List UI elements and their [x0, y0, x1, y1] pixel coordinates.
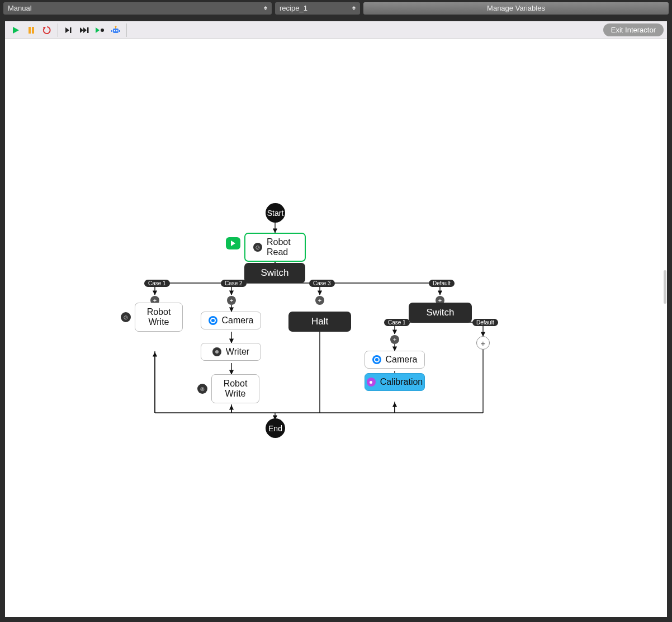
camera-label: Camera	[222, 315, 254, 326]
topbar: Manual recipe_1 Manage Variables	[0, 0, 672, 16]
robot-write-node[interactable]: Robot Write	[211, 374, 259, 403]
svg-marker-9	[96, 27, 100, 33]
switch-label: Switch	[426, 307, 454, 318]
case-2-label[interactable]: Case 2	[221, 280, 247, 287]
step-over-icon	[64, 26, 73, 34]
canvas-frame: Exit Interactor	[5, 21, 667, 617]
recipe-select-value: recipe_1	[280, 4, 307, 12]
case-1-label[interactable]: Case 1	[144, 280, 170, 287]
svg-rect-8	[87, 27, 89, 33]
calibration-node[interactable]: Calibration	[365, 373, 425, 391]
svg-point-17	[115, 26, 117, 27]
switch-node[interactable]: Switch	[409, 303, 472, 323]
svg-rect-13	[119, 30, 120, 32]
toolbar: Exit Interactor	[5, 21, 667, 39]
svg-marker-0	[13, 27, 19, 34]
svg-marker-7	[83, 27, 87, 33]
pause-icon	[27, 26, 35, 34]
recipe-select[interactable]: recipe_1	[275, 2, 360, 15]
run-to-icon	[95, 26, 105, 34]
svg-marker-6	[80, 27, 83, 33]
play-button[interactable]	[8, 23, 23, 37]
svg-point-15	[116, 30, 117, 31]
exit-interactor-button[interactable]: Exit Interactor	[603, 23, 664, 36]
manage-variables-button[interactable]: Manage Variables	[363, 2, 669, 15]
scrollbar[interactable]	[664, 270, 666, 304]
start-node[interactable]: Start	[266, 203, 285, 223]
svg-rect-2	[32, 27, 34, 34]
robot-write-node[interactable]: Robot Write	[135, 303, 183, 332]
chevron-updown-icon	[264, 5, 268, 12]
switch-label: Switch	[261, 267, 288, 279]
robot-icon	[253, 243, 262, 252]
svg-rect-5	[70, 27, 72, 33]
mode-select-value: Manual	[8, 4, 32, 12]
svg-marker-4	[65, 27, 69, 33]
svg-rect-12	[111, 30, 112, 32]
writer-icon	[212, 347, 221, 356]
start-label: Start	[267, 209, 284, 218]
svg-point-14	[114, 30, 115, 31]
case-3-label[interactable]: Case 3	[309, 280, 335, 287]
add-branch-button[interactable]: +	[476, 336, 490, 350]
workarea: Exit Interactor	[0, 16, 672, 622]
separator	[126, 23, 127, 37]
camera-icon	[372, 355, 381, 364]
halt-label: Halt	[311, 316, 328, 327]
camera-node[interactable]: Camera	[201, 312, 261, 329]
active-indicator-icon	[226, 237, 240, 249]
robot-icon	[121, 312, 131, 322]
add-node-button[interactable]: +	[390, 335, 399, 344]
default-label[interactable]: Default	[472, 319, 498, 326]
step-over-button[interactable]	[61, 23, 76, 37]
reset-icon	[42, 26, 51, 35]
robot-icon	[111, 26, 121, 35]
robot-icon	[197, 384, 207, 394]
run-to-button[interactable]	[93, 23, 107, 37]
mode-select[interactable]: Manual	[3, 2, 272, 15]
flow-canvas[interactable]: Start Robot Read Switch Case 1 + Case 2 …	[5, 39, 667, 617]
pause-button[interactable]	[24, 23, 39, 37]
robot-tool-button[interactable]	[108, 23, 123, 37]
halt-node[interactable]: Halt	[288, 312, 351, 332]
step-end-button[interactable]	[77, 23, 92, 37]
robot-read-node[interactable]: Robot Read	[244, 233, 306, 262]
svg-point-10	[101, 29, 104, 32]
camera-node[interactable]: Camera	[365, 351, 425, 369]
writer-label: Writer	[226, 347, 249, 357]
svg-rect-1	[29, 27, 31, 34]
play-icon	[12, 26, 20, 34]
add-node-button[interactable]: +	[227, 296, 236, 305]
calibration-label: Calibration	[380, 377, 423, 387]
default-label[interactable]: Default	[429, 280, 455, 287]
robot-write-label: Robot Write	[224, 379, 248, 398]
robot-write-label: Robot Write	[147, 307, 171, 327]
reset-button[interactable]	[40, 23, 54, 37]
switch-node[interactable]: Switch	[244, 263, 305, 283]
add-node-button[interactable]: +	[315, 296, 324, 305]
case-1-label[interactable]: Case 1	[384, 319, 410, 326]
calibration-icon	[367, 378, 376, 387]
end-node[interactable]: End	[266, 418, 285, 438]
robot-read-label: Robot Read	[267, 237, 297, 257]
chevron-updown-icon	[352, 5, 357, 12]
svg-rect-11	[113, 29, 119, 33]
step-end-icon	[79, 26, 89, 34]
separator	[58, 23, 58, 37]
camera-label: Camera	[386, 355, 418, 365]
writer-node[interactable]: Writer	[201, 343, 261, 361]
camera-icon	[209, 316, 217, 325]
end-label: End	[268, 424, 282, 433]
